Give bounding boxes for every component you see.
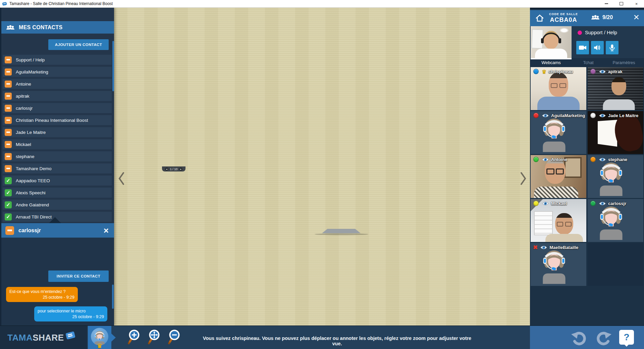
webcam-tile-aguilamarketing[interactable]: AguilaMarketing bbox=[531, 111, 586, 154]
tile-overlay: stephane bbox=[588, 155, 643, 164]
tile-overlay: Antoine bbox=[531, 155, 586, 164]
chat-close-icon[interactable]: × bbox=[104, 227, 109, 234]
contact-name: Tamashare Demo bbox=[16, 166, 52, 171]
chat-contact-name: carlossjr bbox=[18, 228, 104, 234]
microphone-toggle-button[interactable] bbox=[606, 41, 619, 54]
window-minimize-button[interactable] bbox=[599, 0, 614, 7]
tab-paramtres[interactable]: Paramètres bbox=[605, 60, 643, 65]
webcam-tile-mickael[interactable]: Mickael bbox=[531, 199, 586, 242]
status-dot bbox=[590, 157, 596, 162]
contact-row[interactable]: Andre Gaiatrend bbox=[3, 200, 112, 210]
contacts-people-icon bbox=[6, 24, 15, 31]
status-message: Vous suivez chrispineau. Vous ne pouvez … bbox=[201, 336, 473, 346]
contact-name: stephane bbox=[16, 154, 35, 159]
contact-row[interactable]: Mickael bbox=[3, 139, 112, 149]
contact-row[interactable]: Antoine bbox=[3, 79, 112, 89]
webcam-tile-apitrak[interactable]: apitrak bbox=[588, 67, 643, 110]
crown-icon: ♛ bbox=[97, 342, 102, 349]
window-titlebar[interactable]: Tamashare - Salle de Christian Pineau In… bbox=[0, 0, 644, 8]
person-shirt bbox=[603, 99, 635, 110]
zoom-out-button[interactable] bbox=[167, 329, 182, 346]
whiteboard-pagination[interactable]: ◀ 1 / 10 ▶ bbox=[162, 166, 185, 171]
contact-row[interactable]: Aappadoo TEEO bbox=[3, 176, 112, 186]
status-busy-icon bbox=[5, 56, 12, 63]
status-online-icon bbox=[5, 201, 12, 208]
webcam-tile-carlossjr[interactable]: carlossjr bbox=[588, 199, 643, 242]
status-busy-icon bbox=[5, 68, 12, 76]
bright-screen bbox=[598, 120, 617, 147]
room-panel: CODE DE SALLE ACBA0A 9/20 × Support / He… bbox=[530, 7, 644, 326]
eye-icon bbox=[599, 113, 606, 118]
contact-row[interactable]: carlossjr bbox=[3, 103, 112, 113]
status-dot bbox=[533, 157, 539, 162]
invite-contact-button[interactable]: INVITER CE CONTACT bbox=[48, 270, 109, 282]
eye-icon bbox=[542, 201, 549, 206]
chat-header: carlossjr × bbox=[1, 223, 114, 238]
webcam-tile-antoine[interactable]: Antoine bbox=[531, 155, 586, 198]
self-webcam-row: Support / Help bbox=[530, 26, 644, 58]
redo-button[interactable] bbox=[594, 330, 612, 346]
self-status-dot bbox=[578, 31, 582, 35]
undo-button[interactable] bbox=[571, 330, 588, 346]
camera-toggle-button[interactable] bbox=[576, 41, 589, 54]
webcam-tile-chrispineau[interactable]: ♛chrispineau bbox=[531, 67, 586, 110]
canvas-left-arrow[interactable] bbox=[118, 172, 125, 185]
webcam-tile-jadelemaitre[interactable]: Jade Le Maitre bbox=[588, 111, 643, 154]
headset-avatar bbox=[592, 158, 630, 196]
contact-row[interactable]: Support / Help bbox=[3, 55, 112, 65]
contacts-scrollbar[interactable] bbox=[112, 41, 114, 91]
status-busy-icon bbox=[5, 117, 12, 124]
whiteboard-page-indicator: 1 / 10 bbox=[170, 167, 178, 171]
participant-name: apitrak bbox=[608, 69, 623, 74]
contact-row[interactable]: Christian Pineau International Boost bbox=[3, 115, 112, 125]
contact-row[interactable]: Alexis Speechi bbox=[3, 188, 112, 198]
add-contact-button[interactable]: AJOUTER UN CONTACT bbox=[48, 39, 109, 50]
eye-icon bbox=[540, 245, 547, 250]
home-icon[interactable] bbox=[535, 14, 544, 22]
person-head bbox=[549, 72, 568, 97]
window-close-button[interactable]: × bbox=[629, 0, 644, 7]
status-online-icon bbox=[5, 189, 12, 196]
canvas-right-arrow[interactable] bbox=[520, 172, 527, 185]
zoom-in-button[interactable] bbox=[127, 329, 142, 346]
status-disconnected-icon: ✖ bbox=[533, 244, 538, 251]
brand-logo-icon bbox=[65, 331, 75, 340]
participant-name: Jade Le Maitre bbox=[608, 113, 638, 118]
help-button[interactable]: ? bbox=[619, 330, 634, 345]
status-busy-icon bbox=[5, 165, 12, 172]
next-page-icon[interactable]: ▶ bbox=[179, 167, 182, 171]
self-webcam-video[interactable] bbox=[531, 26, 572, 58]
chat-scrollbar[interactable] bbox=[112, 285, 114, 309]
contact-row[interactable]: apitrak bbox=[3, 91, 112, 101]
contact-row[interactable]: Tamashare Demo bbox=[3, 163, 112, 173]
prev-page-icon[interactable]: ◀ bbox=[165, 167, 168, 171]
pan-move-button[interactable] bbox=[147, 329, 162, 346]
message-timestamp: 25 octobre - 9:29 bbox=[9, 295, 74, 300]
leave-room-icon[interactable]: × bbox=[633, 11, 639, 23]
participant-name: Mickael bbox=[551, 201, 567, 206]
message-text: pour selectionner le micro bbox=[38, 309, 86, 313]
contact-name: Alexis Speechi bbox=[16, 190, 46, 195]
webcam-tile-stephane[interactable]: stephane bbox=[588, 155, 643, 198]
window-maximize-button[interactable] bbox=[614, 0, 629, 7]
tile-overlay: AguilaMarketing bbox=[531, 111, 586, 120]
room-code-label: CODE DE SALLE bbox=[543, 12, 584, 16]
tab-tchat[interactable]: Tchat bbox=[572, 60, 605, 65]
status-dot bbox=[590, 69, 596, 74]
tab-webcams[interactable]: Webcams bbox=[531, 60, 572, 65]
person-shirt bbox=[534, 187, 578, 198]
tile-overlay: ✖MaelleBataille bbox=[531, 243, 586, 252]
contact-row[interactable]: Jade Le Maitre bbox=[3, 127, 112, 137]
room-header: CODE DE SALLE ACBA0A 9/20 × bbox=[530, 10, 644, 26]
speaker-toggle-button[interactable] bbox=[591, 41, 604, 54]
contact-row[interactable]: stephane bbox=[3, 151, 112, 161]
participant-name: MaelleBataille bbox=[549, 245, 578, 250]
room-occupancy: 9/20 bbox=[591, 14, 613, 20]
chat-message-bubble: Est-ce que vous m'entendez ?25 octobre -… bbox=[6, 287, 78, 302]
my-avatar-button[interactable]: ♛ bbox=[88, 326, 111, 349]
status-online-icon bbox=[5, 177, 12, 184]
contacts-header: MES CONTACTS bbox=[1, 21, 114, 34]
contact-row[interactable]: AguilaMarketing bbox=[3, 67, 112, 77]
eye-icon bbox=[542, 113, 549, 118]
webcam-tile-maellebataille[interactable]: ✖MaelleBataille bbox=[531, 243, 586, 286]
